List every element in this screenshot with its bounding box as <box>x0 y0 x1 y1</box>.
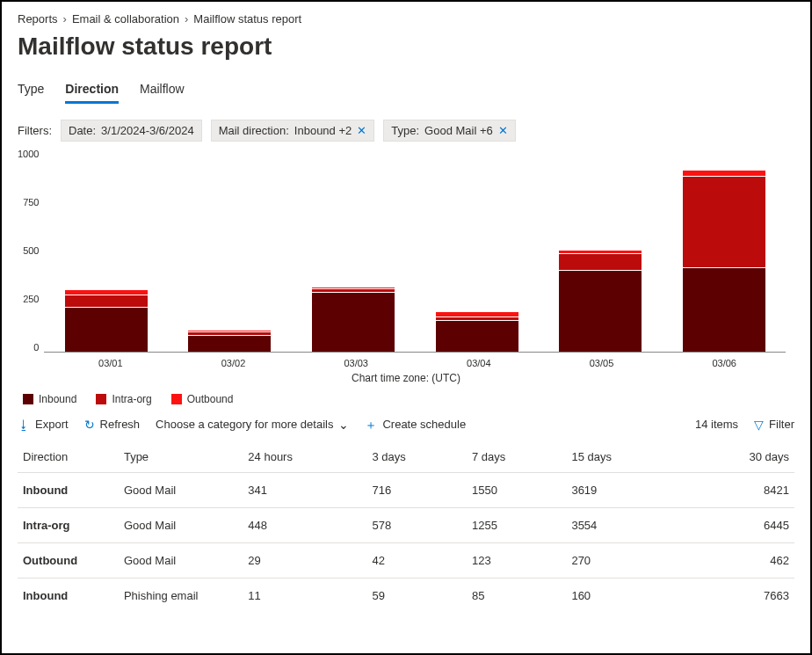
cell-7d: 85 <box>467 579 566 614</box>
cell-7d: 1550 <box>467 473 566 508</box>
bar-segment-intra <box>65 295 148 307</box>
bar-segment-inbound <box>312 293 395 352</box>
cell-15d: 3554 <box>566 508 680 543</box>
chevron-down-icon: ⌄ <box>338 418 349 431</box>
legend: Inbound Intra-org Outbound <box>23 393 794 405</box>
legend-label: Outbound <box>187 393 234 405</box>
refresh-button[interactable]: ↻ Refresh <box>84 418 141 431</box>
close-icon[interactable]: ✕ <box>498 125 508 136</box>
filter-key: Type: <box>391 124 419 137</box>
table-row[interactable]: Intra-orgGood Mail448578125535546445 <box>18 508 794 543</box>
refresh-icon: ↻ <box>84 418 95 431</box>
cell-24h: 341 <box>243 473 366 508</box>
plot-area <box>44 149 786 353</box>
th-30d[interactable]: 30 days <box>680 441 794 473</box>
th-direction[interactable]: Direction <box>18 441 119 473</box>
bar[interactable] <box>65 290 148 352</box>
th-24h[interactable]: 24 hours <box>243 441 366 473</box>
chevron-right-icon: › <box>185 12 188 25</box>
filter-button[interactable]: ▽ Filter <box>754 418 794 431</box>
cell-7d: 1255 <box>467 508 566 543</box>
bar[interactable] <box>188 331 271 352</box>
summary-table: Direction Type 24 hours 3 days 7 days 15… <box>18 441 794 613</box>
legend-outbound[interactable]: Outbound <box>171 393 234 405</box>
item-count: 14 items <box>695 418 738 431</box>
tab-direction[interactable]: Direction <box>65 76 119 104</box>
cell-24h: 448 <box>243 508 366 543</box>
table-row[interactable]: InboundPhishing email1159851607663 <box>18 579 794 614</box>
cell-3d: 578 <box>367 508 467 543</box>
table-row[interactable]: OutboundGood Mail2942123270462 <box>18 543 794 579</box>
bar-segment-inbound <box>559 271 642 352</box>
cell-15d: 3619 <box>566 473 680 508</box>
cell-30d: 8421 <box>680 473 794 508</box>
bar-slot <box>539 149 663 352</box>
refresh-label: Refresh <box>100 418 141 431</box>
y-axis: 10007505002500 <box>18 149 44 353</box>
table-row[interactable]: InboundGood Mail341716155036198421 <box>18 473 794 508</box>
filter-bar: Filters: Date: 3/1/2024-3/6/2024 Mail di… <box>18 120 794 142</box>
table-header-row: Direction Type 24 hours 3 days 7 days 15… <box>18 441 794 473</box>
create-label: Create schedule <box>382 418 466 431</box>
filter-value: Inbound +2 <box>294 124 352 137</box>
plus-icon: ＋ <box>365 418 377 431</box>
create-schedule-button[interactable]: ＋ Create schedule <box>365 418 466 431</box>
bar-segment-inbound <box>436 321 518 352</box>
close-icon[interactable]: ✕ <box>357 125 366 136</box>
cell-type: Good Mail <box>119 473 243 508</box>
legend-inbound[interactable]: Inbound <box>23 393 76 405</box>
cell-type: Good Mail <box>119 543 243 579</box>
bar-segment-inbound <box>188 336 271 352</box>
breadcrumb-current: Mailflow status report <box>193 12 301 25</box>
y-tick: 0 <box>33 342 39 353</box>
x-tick: 03/03 <box>294 353 417 368</box>
bar[interactable] <box>436 312 518 352</box>
bar[interactable] <box>312 287 395 352</box>
export-button[interactable]: ⭳ Export <box>18 418 69 431</box>
bar-segment-inbound <box>65 308 148 352</box>
page-title: Mailflow status report <box>18 33 794 61</box>
filter-value: 3/1/2024-3/6/2024 <box>101 124 194 137</box>
bar[interactable] <box>559 251 642 352</box>
cell-30d: 462 <box>680 543 794 579</box>
bar[interactable] <box>683 171 765 352</box>
filter-label: Filter <box>769 418 794 431</box>
th-type[interactable]: Type <box>119 441 243 473</box>
cell-direction: Inbound <box>18 579 119 614</box>
filter-pill-maildirection[interactable]: Mail direction: Inbound +2 ✕ <box>211 120 375 142</box>
cell-type: Phishing email <box>119 579 243 614</box>
y-tick: 250 <box>23 294 39 304</box>
tab-mailflow[interactable]: Mailflow <box>140 76 185 104</box>
legend-label: Inbound <box>39 393 76 405</box>
chart-xlabel: Chart time zone: (UTC) <box>18 372 794 384</box>
cell-type: Good Mail <box>119 508 243 543</box>
legend-intraorg[interactable]: Intra-org <box>96 393 151 405</box>
filter-value: Good Mail +6 <box>424 124 493 137</box>
bar-slot <box>415 149 539 352</box>
legend-label: Intra-org <box>112 393 151 405</box>
cell-3d: 59 <box>367 579 467 614</box>
th-15d[interactable]: 15 days <box>566 441 680 473</box>
filter-pill-date[interactable]: Date: 3/1/2024-3/6/2024 <box>61 120 202 142</box>
x-tick: 03/04 <box>417 353 540 368</box>
breadcrumb-email-collab[interactable]: Email & collaboration <box>72 12 179 25</box>
bar-slot <box>44 149 168 352</box>
export-label: Export <box>35 418 69 431</box>
bar-segment-intra <box>683 177 765 267</box>
th-7d[interactable]: 7 days <box>467 441 566 473</box>
chevron-right-icon: › <box>63 12 67 25</box>
filter-key: Date: <box>69 124 96 137</box>
x-axis: 03/0103/0203/0303/0403/0503/06 <box>49 353 786 368</box>
tab-type[interactable]: Type <box>18 76 44 104</box>
category-dropdown[interactable]: Choose a category for more details ⌄ <box>156 418 349 431</box>
cell-15d: 160 <box>566 579 680 614</box>
breadcrumb-reports[interactable]: Reports <box>18 12 58 25</box>
x-tick: 03/02 <box>172 353 295 368</box>
cell-direction: Intra-org <box>18 508 119 543</box>
cell-24h: 11 <box>243 579 366 614</box>
x-tick: 03/01 <box>49 353 172 368</box>
x-tick: 03/06 <box>663 353 786 368</box>
y-tick: 1000 <box>18 149 39 159</box>
th-3d[interactable]: 3 days <box>367 441 467 473</box>
filter-pill-type[interactable]: Type: Good Mail +6 ✕ <box>383 120 515 142</box>
